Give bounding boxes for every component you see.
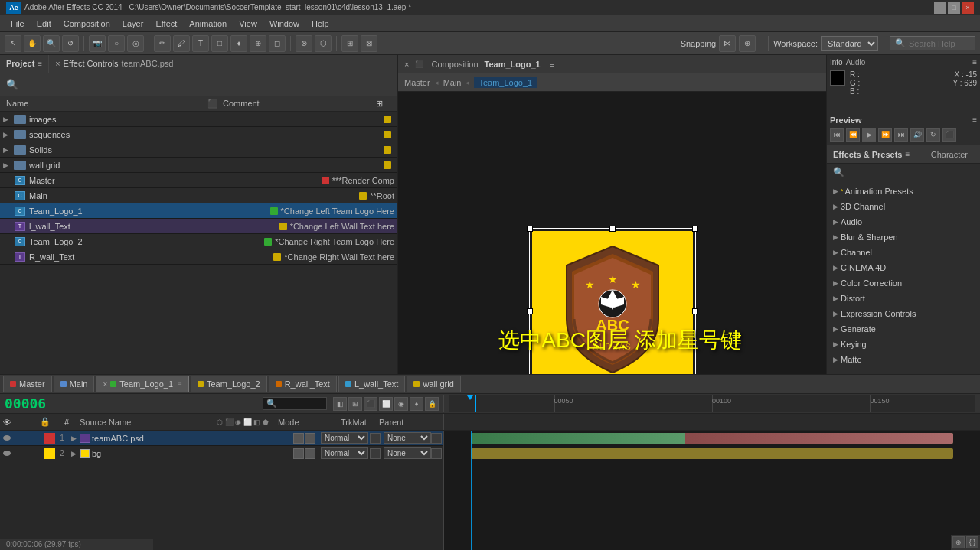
zoom-tool[interactable]: 🔍	[43, 35, 60, 52]
trkmat-2[interactable]	[370, 448, 381, 459]
parent-select-2[interactable]: None	[384, 447, 431, 459]
project-item-team-logo-1[interactable]: C Team_Logo_1 *Change Left Team Logo Her…	[0, 203, 397, 219]
breadcrumb-main[interactable]: Main	[443, 78, 462, 87]
target-tool[interactable]: ◎	[127, 35, 144, 52]
effect-expression-controls[interactable]: ▶ Expression Controls	[827, 306, 980, 321]
expand-2[interactable]: ▶	[69, 449, 78, 458]
preview-loop-btn[interactable]: ↻	[926, 128, 940, 142]
effect-color-correction[interactable]: ▶ Color Correction	[827, 275, 980, 291]
project-item-images[interactable]: ▶ images	[0, 112, 397, 127]
orbit-tool[interactable]: ○	[108, 35, 125, 52]
preview-menu-btn[interactable]: ≡	[972, 116, 977, 125]
maximize-button[interactable]: □	[948, 2, 960, 14]
shape-tool[interactable]: □	[211, 35, 228, 52]
project-menu-btn[interactable]: ≡	[38, 60, 42, 68]
close-comp-btn[interactable]: ×	[404, 60, 409, 69]
tl-marker-btn[interactable]: ♦	[410, 397, 423, 411]
text-tool[interactable]: T	[192, 35, 209, 52]
info-menu-btn[interactable]: ≡	[972, 58, 977, 67]
mask-tool[interactable]: ⬡	[315, 35, 332, 52]
expand-icon[interactable]: ▶	[3, 161, 12, 169]
info-tab[interactable]: Info	[830, 58, 843, 67]
effect-animation-presets[interactable]: ▶ * Animation Presets	[827, 184, 980, 199]
selection-tool[interactable]: ↖	[5, 35, 21, 52]
tl-solo-btn[interactable]: ◧	[333, 397, 347, 411]
preview-last-frame-btn[interactable]: ⏭	[894, 128, 908, 142]
effect-generate[interactable]: ▶ Generate	[827, 321, 980, 337]
tl-motion-btn[interactable]: ◉	[394, 397, 408, 411]
effects-menu-btn[interactable]: ≡	[906, 150, 910, 158]
project-item-main[interactable]: C Main **Root	[0, 188, 397, 203]
parent-pick-1[interactable]	[431, 433, 442, 444]
switch-2[interactable]	[305, 448, 315, 459]
brush-tool[interactable]: 🖊	[173, 35, 190, 52]
audio-tab[interactable]: Audio	[846, 58, 866, 67]
handle-tm[interactable]	[609, 226, 616, 232]
character-tab[interactable]: Character	[925, 150, 974, 159]
timeline-tab-r-wall-text[interactable]: R_wall_Text	[269, 376, 337, 392]
parent-pick-2[interactable]	[431, 448, 442, 459]
tab-options-icon[interactable]: ≡	[178, 380, 182, 389]
tl-bottom-btn-1[interactable]: ⊕	[952, 536, 965, 548]
effect-distort[interactable]: ▶ Distort	[827, 291, 980, 306]
clone-tool[interactable]: ⊕	[250, 35, 266, 52]
timeline-tab-l-wall-text[interactable]: L_wall_Text	[338, 376, 405, 392]
menu-view[interactable]: View	[233, 18, 263, 30]
comp-menu-btn[interactable]: ≡	[550, 60, 554, 69]
timeline-row-1[interactable]: 1 ▶ teamABC.psd Normal None	[0, 431, 443, 446]
eraser-tool[interactable]: ◻	[269, 35, 286, 52]
handle-ml[interactable]	[527, 308, 533, 314]
mode-select-1[interactable]: Normal	[321, 432, 368, 444]
project-item-team-logo-2[interactable]: C Team_Logo_2 *Change Right Team Logo He…	[0, 234, 397, 249]
minimize-button[interactable]: ─	[934, 2, 946, 14]
effect-blur-sharpen[interactable]: ▶ Blur & Sharpen	[827, 229, 980, 245]
timeline-tab-master[interactable]: Master	[3, 376, 52, 392]
switch-1[interactable]	[293, 448, 304, 459]
project-item-solids[interactable]: ▶ Solids	[0, 142, 397, 158]
menu-animation[interactable]: Animation	[183, 18, 233, 30]
breadcrumb-master[interactable]: Master	[404, 78, 430, 87]
project-item-sequences[interactable]: ▶ sequences	[0, 127, 397, 142]
menu-layer[interactable]: Layer	[116, 18, 150, 30]
effect-3d-channel[interactable]: ▶ 3D Channel	[827, 199, 980, 214]
handle-tr[interactable]	[692, 226, 698, 232]
project-item-r-wall-text[interactable]: T R_wall_Text *Change Right Wall Text he…	[0, 249, 397, 265]
tl-search-input[interactable]	[277, 399, 323, 408]
breadcrumb-team-logo[interactable]: Team_Logo_1	[474, 77, 537, 88]
snapping-toggle[interactable]: ⋈	[719, 35, 736, 52]
expand-1[interactable]: ▶	[69, 434, 78, 443]
rotation-tool[interactable]: ↺	[62, 35, 79, 52]
timeline-bar-2[interactable]	[471, 448, 953, 459]
anchor-tool[interactable]: ⊗	[296, 35, 312, 52]
expand-icon[interactable]: ▶	[3, 116, 12, 123]
parent-select-1[interactable]: None	[384, 432, 431, 444]
switch-2[interactable]	[305, 433, 315, 444]
preview-play-btn[interactable]: ▶	[862, 128, 876, 142]
preview-prev-frame-btn[interactable]: ⏪	[846, 128, 860, 142]
project-options-icon[interactable]: ⊞	[376, 99, 391, 109]
preview-next-frame-btn[interactable]: ⏩	[878, 128, 892, 142]
close-button[interactable]: ×	[962, 2, 974, 14]
project-search-input[interactable]	[21, 80, 391, 89]
handle-tl[interactable]	[527, 226, 533, 232]
effect-channel[interactable]: ▶ Channel	[827, 245, 980, 260]
preview-first-frame-btn[interactable]: ⏮	[830, 128, 844, 142]
tab-close-x[interactable]: ×	[103, 380, 107, 389]
expand-icon[interactable]: ▶	[3, 131, 12, 138]
menu-edit[interactable]: Edit	[31, 18, 57, 30]
preview-ram-btn[interactable]: ⬛	[942, 128, 956, 142]
snapping-options[interactable]: ⊕	[739, 35, 756, 52]
tl-cache-btn[interactable]: ⬜	[379, 397, 393, 411]
menu-window[interactable]: Window	[263, 18, 305, 30]
expand-icon[interactable]: ▶	[3, 146, 12, 154]
project-item-wall-grid[interactable]: ▶ wall grid	[0, 158, 397, 173]
menu-composition[interactable]: Composition	[57, 18, 116, 30]
timeline-tab-team-logo-1[interactable]: × Team_Logo_1 ≡	[96, 376, 188, 392]
preview-audio-btn[interactable]: 🔊	[910, 128, 924, 142]
tl-bottom-btn-2[interactable]: { }	[966, 536, 978, 548]
timeline-tab-main[interactable]: Main	[54, 376, 95, 392]
project-item-l-wall-text[interactable]: T l_wall_Text *Change Left Wall Text her…	[0, 219, 397, 234]
tl-graph-btn[interactable]: ⊞	[348, 397, 362, 411]
menu-file[interactable]: File	[5, 18, 31, 30]
effect-controls-close[interactable]: ×	[55, 59, 60, 68]
